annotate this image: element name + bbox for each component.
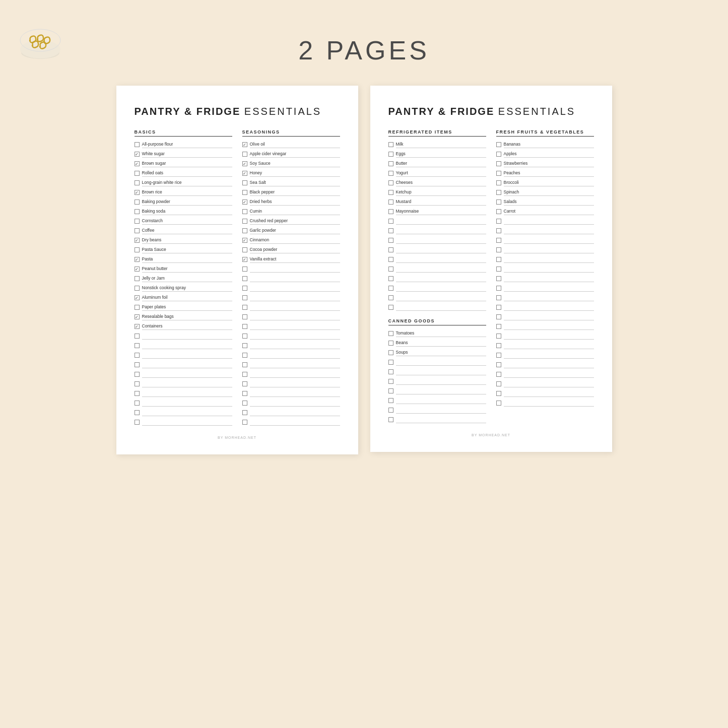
list-item[interactable]: Soups	[388, 349, 486, 357]
checkbox[interactable]	[496, 381, 501, 386]
list-item[interactable]	[496, 361, 594, 369]
checkbox[interactable]	[242, 286, 247, 291]
list-item[interactable]: Olive oil	[242, 141, 340, 149]
checkbox[interactable]	[135, 161, 140, 166]
list-item[interactable]: Bananas	[496, 141, 594, 149]
checkbox[interactable]	[135, 180, 140, 185]
checkbox[interactable]	[242, 353, 247, 358]
list-item[interactable]: Cumin	[242, 208, 340, 216]
list-item[interactable]: Mayonnaise	[388, 208, 486, 216]
list-item[interactable]	[242, 389, 340, 398]
list-item[interactable]: Carrot	[496, 208, 594, 216]
checkbox[interactable]	[242, 314, 247, 319]
list-item[interactable]: Beans	[388, 339, 486, 347]
checkbox[interactable]	[242, 247, 247, 252]
checkbox[interactable]	[388, 171, 393, 176]
checkbox[interactable]	[242, 257, 247, 262]
checkbox[interactable]	[135, 190, 140, 195]
list-item[interactable]	[135, 409, 232, 417]
list-item[interactable]: Coffee	[135, 227, 232, 235]
list-item[interactable]: Dry beans	[135, 236, 232, 244]
checkbox[interactable]	[242, 410, 247, 415]
list-item[interactable]: Brown rice	[135, 188, 232, 196]
checkbox[interactable]	[388, 257, 393, 262]
checkbox[interactable]	[496, 353, 501, 358]
checkbox[interactable]	[242, 305, 247, 310]
checkbox[interactable]	[496, 305, 501, 310]
list-item[interactable]	[242, 303, 340, 311]
list-item[interactable]: Yogurt	[388, 169, 486, 177]
list-item[interactable]	[496, 380, 594, 388]
list-item[interactable]	[242, 380, 340, 388]
checkbox[interactable]	[496, 209, 501, 214]
list-item[interactable]	[135, 361, 232, 369]
checkbox[interactable]	[242, 190, 247, 195]
list-item[interactable]: Mustard	[388, 198, 486, 206]
checkbox[interactable]	[135, 362, 140, 367]
checkbox[interactable]	[242, 381, 247, 386]
list-item[interactable]	[388, 265, 486, 273]
list-item[interactable]: Broccoli	[496, 179, 594, 187]
checkbox[interactable]	[242, 238, 247, 243]
list-item[interactable]	[242, 265, 340, 273]
list-item[interactable]	[388, 275, 486, 283]
checkbox[interactable]	[242, 200, 247, 205]
checkbox[interactable]	[135, 219, 140, 224]
list-item[interactable]: All-purpose flour	[135, 141, 232, 149]
list-item[interactable]	[496, 370, 594, 378]
checkbox[interactable]	[135, 276, 140, 281]
checkbox[interactable]	[135, 142, 140, 147]
list-item[interactable]	[496, 399, 594, 407]
list-item[interactable]	[388, 236, 486, 244]
list-item[interactable]	[496, 313, 594, 321]
list-item[interactable]: Peanut butter	[135, 265, 232, 273]
checkbox[interactable]	[242, 228, 247, 233]
checkbox[interactable]	[135, 200, 140, 205]
list-item[interactable]	[496, 284, 594, 292]
list-item[interactable]	[135, 389, 232, 398]
list-item[interactable]	[242, 294, 340, 302]
checkbox[interactable]	[242, 267, 247, 272]
checkbox[interactable]	[388, 305, 393, 310]
list-item[interactable]: Sea Salt	[242, 179, 340, 187]
list-item[interactable]	[135, 399, 232, 407]
list-item[interactable]	[388, 303, 486, 311]
checkbox[interactable]	[242, 401, 247, 406]
list-item[interactable]	[242, 313, 340, 321]
list-item[interactable]: Apples	[496, 150, 594, 158]
list-item[interactable]: Brown sugar	[135, 160, 232, 168]
checkbox[interactable]	[135, 247, 140, 252]
checkbox[interactable]	[242, 295, 247, 300]
list-item[interactable]: Milk	[388, 141, 486, 149]
list-item[interactable]	[496, 236, 594, 244]
checkbox[interactable]	[242, 372, 247, 377]
checkbox[interactable]	[388, 276, 393, 281]
list-item[interactable]	[242, 351, 340, 359]
checkbox[interactable]	[388, 331, 393, 336]
checkbox[interactable]	[496, 391, 501, 396]
checkbox[interactable]	[242, 209, 247, 214]
checkbox[interactable]	[242, 142, 247, 147]
checkbox[interactable]	[388, 350, 393, 355]
list-item[interactable]	[496, 332, 594, 340]
list-item[interactable]: Long-grain white rice	[135, 179, 232, 187]
list-item[interactable]: Baking soda	[135, 208, 232, 216]
list-item[interactable]	[496, 255, 594, 263]
checkbox[interactable]	[135, 372, 140, 377]
checkbox[interactable]	[135, 381, 140, 386]
list-item[interactable]	[388, 358, 486, 366]
list-item[interactable]	[496, 265, 594, 273]
list-item[interactable]	[388, 246, 486, 254]
list-item[interactable]	[388, 284, 486, 292]
list-item[interactable]: Apple cider vinegar	[242, 150, 340, 158]
list-item[interactable]: Paper plates	[135, 303, 232, 311]
list-item[interactable]	[135, 332, 232, 340]
checkbox[interactable]	[496, 372, 501, 377]
checkbox[interactable]	[242, 334, 247, 339]
checkbox[interactable]	[388, 209, 393, 214]
list-item[interactable]	[135, 351, 232, 359]
checkbox[interactable]	[242, 391, 247, 396]
checkbox[interactable]	[388, 295, 393, 300]
list-item[interactable]: Aluminum foil	[135, 294, 232, 302]
list-item[interactable]	[242, 399, 340, 407]
